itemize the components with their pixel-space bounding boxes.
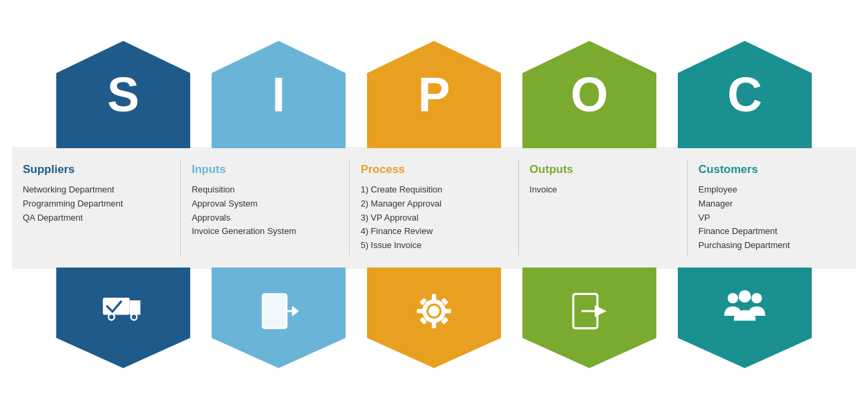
column-item-p-4: 5) Issue Invoice: [360, 239, 507, 253]
svg-point-10: [429, 306, 439, 316]
column-item-i-0: Requisition: [192, 183, 338, 197]
icon-input: [257, 290, 300, 333]
svg-point-4: [109, 315, 113, 319]
letter-s: S: [107, 70, 139, 119]
svg-marker-9: [292, 306, 299, 316]
bottom-house-o: [517, 268, 662, 368]
column-title-c: Customers: [699, 163, 845, 176]
column-title-p: Process: [360, 163, 507, 176]
column-item-i-3: Invoice Generation System: [192, 225, 338, 239]
column-i: InputsRequisitionApproval SystemApproval…: [181, 158, 349, 258]
top-house-c: C: [672, 41, 817, 148]
column-item-i-1: Approval System: [192, 197, 338, 211]
column-title-s: Suppliers: [23, 163, 169, 176]
column-o: OutputsInvoice: [519, 158, 687, 258]
top-house-p: P: [362, 41, 506, 148]
svg-marker-21: [595, 305, 607, 317]
column-item-c-0: Employee: [699, 183, 845, 197]
bottom-icon-s: [56, 268, 190, 368]
column-item-c-3: Finance Department: [699, 225, 845, 239]
house-i: I: [212, 41, 346, 148]
svg-rect-11: [432, 294, 436, 300]
column-title-o: Outputs: [530, 163, 676, 176]
svg-rect-13: [417, 309, 423, 313]
bottom-houses-row: [12, 268, 856, 368]
icon-people: [723, 290, 766, 333]
bottom-house-s: [51, 268, 196, 368]
house-s: S: [56, 41, 190, 148]
bottom-house-i: [206, 268, 351, 368]
svg-rect-12: [432, 322, 436, 329]
sipoc-diagram: SIPOC SuppliersNetworking DepartmentProg…: [12, 41, 856, 368]
bottom-house-p: [362, 268, 506, 368]
column-c: CustomersEmployeeManagerVPFinance Depart…: [688, 158, 856, 258]
bottom-house-c: [672, 268, 817, 368]
bottom-icon-p: [367, 268, 501, 368]
column-item-c-4: Purchasing Department: [699, 239, 845, 253]
letter-i: I: [272, 70, 285, 119]
letter-p: P: [418, 70, 450, 119]
svg-rect-14: [445, 309, 451, 313]
top-house-s: S: [51, 41, 196, 148]
column-title-i: Inputs: [192, 163, 338, 176]
column-item-p-1: 2) Manager Approval: [360, 197, 507, 211]
top-houses-row: SIPOC: [12, 41, 856, 148]
svg-point-22: [727, 293, 738, 304]
column-s: SuppliersNetworking DepartmentProgrammin…: [12, 158, 180, 258]
top-house-i: I: [206, 41, 351, 148]
column-item-o-0: Invoice: [530, 183, 676, 197]
svg-point-5: [132, 315, 136, 319]
bottom-icon-i: [212, 268, 346, 368]
column-item-p-0: 1) Create Requisition: [360, 183, 507, 197]
svg-point-24: [739, 290, 751, 302]
icon-gear: [413, 290, 455, 333]
house-o: O: [522, 41, 656, 148]
column-item-i-2: Approvals: [192, 211, 338, 225]
column-item-p-3: 4) Finance Review: [360, 225, 507, 239]
column-item-c-1: Manager: [699, 197, 845, 211]
column-item-p-2: 3) VP Approval: [360, 211, 507, 225]
column-item-s-0: Networking Department: [23, 183, 169, 197]
column-item-s-1: Programming Department: [23, 197, 169, 211]
column-p: Process1) Create Requisition2) Manager A…: [350, 158, 518, 258]
svg-marker-1: [130, 300, 141, 315]
icon-truck: [102, 290, 145, 333]
house-p: P: [367, 41, 501, 148]
middle-content-row: SuppliersNetworking DepartmentProgrammin…: [12, 147, 856, 269]
house-c: C: [678, 41, 812, 148]
letter-c: C: [727, 70, 762, 119]
icon-output: [568, 290, 611, 333]
column-item-s-2: QA Department: [23, 211, 169, 225]
svg-point-23: [751, 293, 762, 304]
svg-rect-6: [263, 294, 287, 328]
bottom-icon-c: [678, 268, 812, 368]
top-house-o: O: [517, 41, 662, 148]
letter-o: O: [571, 70, 608, 119]
bottom-icon-o: [522, 268, 656, 368]
column-item-c-2: VP: [699, 211, 845, 225]
